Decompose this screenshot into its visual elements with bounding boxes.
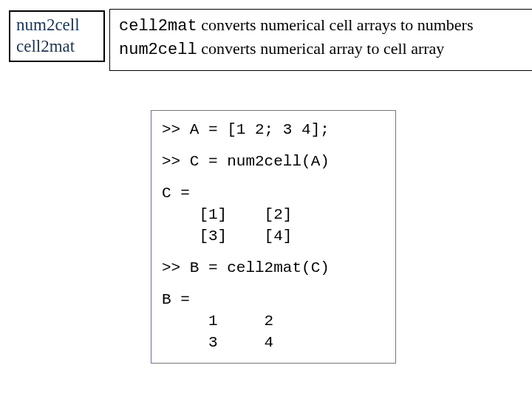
code-line: 3 4 — [162, 334, 273, 351]
title-box: num2cell cell2mat — [9, 10, 105, 62]
function-name-cell2mat: cell2mat — [119, 17, 197, 35]
code-line: >> C = num2cell(A) — [162, 153, 330, 170]
description-text-2: converts numerical array to cell array — [197, 39, 445, 58]
code-box: >> A = [1 2; 3 4]; >> C = num2cell(A) C … — [151, 110, 396, 364]
code-line: [1] [2] — [162, 206, 292, 223]
function-name-num2cell: num2cell — [119, 41, 197, 59]
code-line: C = — [162, 185, 190, 202]
description-box: cell2mat converts numerical cell arrays … — [109, 9, 532, 71]
title-line-1: num2cell — [16, 15, 103, 36]
code-line: [3] [4] — [162, 228, 292, 245]
description-text-1: converts numerical cell arrays to number… — [197, 16, 474, 34]
code-line: >> B = cell2mat(C) — [162, 259, 330, 276]
description-line-1: cell2mat converts numerical cell arrays … — [119, 14, 527, 38]
title-line-2: cell2mat — [16, 36, 103, 58]
description-line-2: num2cell converts numerical array to cel… — [119, 38, 527, 61]
slide: num2cell cell2mat cell2mat converts nume… — [0, 0, 532, 399]
code-line: >> A = [1 2; 3 4]; — [162, 121, 330, 138]
code-line: 1 2 — [162, 313, 273, 330]
code-line: B = — [162, 291, 190, 308]
